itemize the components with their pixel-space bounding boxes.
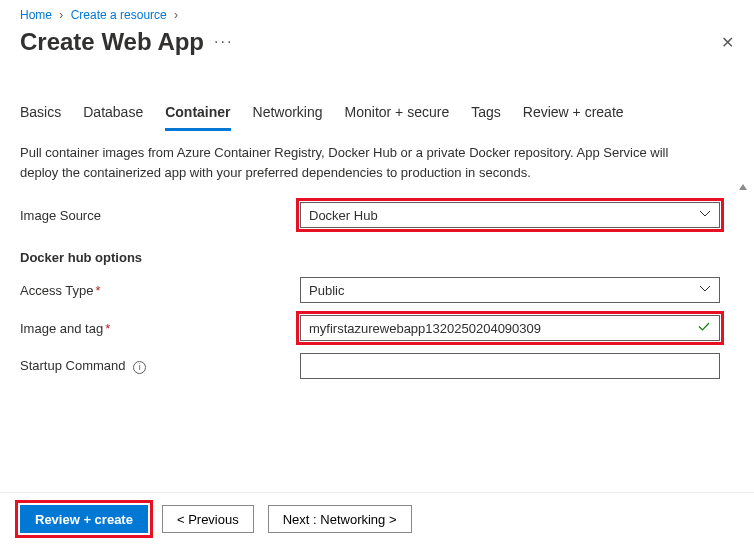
- tab-monitor-secure[interactable]: Monitor + secure: [345, 98, 450, 131]
- chevron-down-icon: [699, 283, 711, 298]
- tab-database[interactable]: Database: [83, 98, 143, 131]
- tab-container[interactable]: Container: [165, 98, 230, 131]
- select-image-source[interactable]: Docker Hub: [300, 202, 720, 228]
- label-access-type: Access Type*: [20, 283, 300, 298]
- section-docker-hub-options: Docker hub options: [20, 250, 734, 265]
- input-startup-command[interactable]: [300, 353, 720, 379]
- chevron-right-icon: ›: [59, 8, 63, 22]
- select-access-type-value: Public: [309, 283, 344, 298]
- close-icon[interactable]: ✕: [721, 33, 734, 52]
- tab-description: Pull container images from Azure Contain…: [20, 143, 734, 182]
- row-image-and-tag: Image and tag* myfirstazurewebapp1320250…: [20, 315, 734, 341]
- label-startup-command: Startup Command i: [20, 358, 300, 373]
- checkmark-icon: [697, 320, 711, 337]
- tab-bar: Basics Database Container Networking Mon…: [20, 74, 734, 131]
- input-image-and-tag-value: myfirstazurewebapp1320250204090309: [309, 321, 541, 336]
- input-image-and-tag[interactable]: myfirstazurewebapp1320250204090309: [300, 315, 720, 341]
- select-image-source-value: Docker Hub: [309, 208, 378, 223]
- chevron-right-icon: ›: [174, 8, 178, 22]
- select-access-type[interactable]: Public: [300, 277, 720, 303]
- row-startup-command: Startup Command i: [20, 353, 734, 379]
- chevron-down-icon: [699, 208, 711, 223]
- previous-button[interactable]: < Previous: [162, 505, 254, 533]
- required-indicator: *: [105, 321, 110, 336]
- required-indicator: *: [95, 283, 100, 298]
- breadcrumb-create-resource[interactable]: Create a resource: [71, 8, 167, 22]
- page-title: Create Web App: [20, 28, 204, 56]
- tab-review-create[interactable]: Review + create: [523, 98, 624, 131]
- more-icon[interactable]: ···: [214, 33, 233, 51]
- wizard-footer: Review + create < Previous Next : Networ…: [0, 492, 754, 549]
- label-image-and-tag: Image and tag*: [20, 321, 300, 336]
- row-image-source: Image Source Docker Hub: [20, 202, 734, 228]
- page-header: Create Web App ··· ✕: [0, 26, 754, 74]
- tab-networking[interactable]: Networking: [253, 98, 323, 131]
- review-create-button[interactable]: Review + create: [20, 505, 148, 533]
- tab-tags[interactable]: Tags: [471, 98, 501, 131]
- next-button[interactable]: Next : Networking >: [268, 505, 412, 533]
- row-access-type: Access Type* Public: [20, 277, 734, 303]
- label-image-source: Image Source: [20, 208, 300, 223]
- info-icon[interactable]: i: [133, 361, 146, 374]
- breadcrumb: Home › Create a resource ›: [0, 0, 754, 26]
- scroll-up-icon[interactable]: [739, 184, 747, 190]
- breadcrumb-home[interactable]: Home: [20, 8, 52, 22]
- tab-basics[interactable]: Basics: [20, 98, 61, 131]
